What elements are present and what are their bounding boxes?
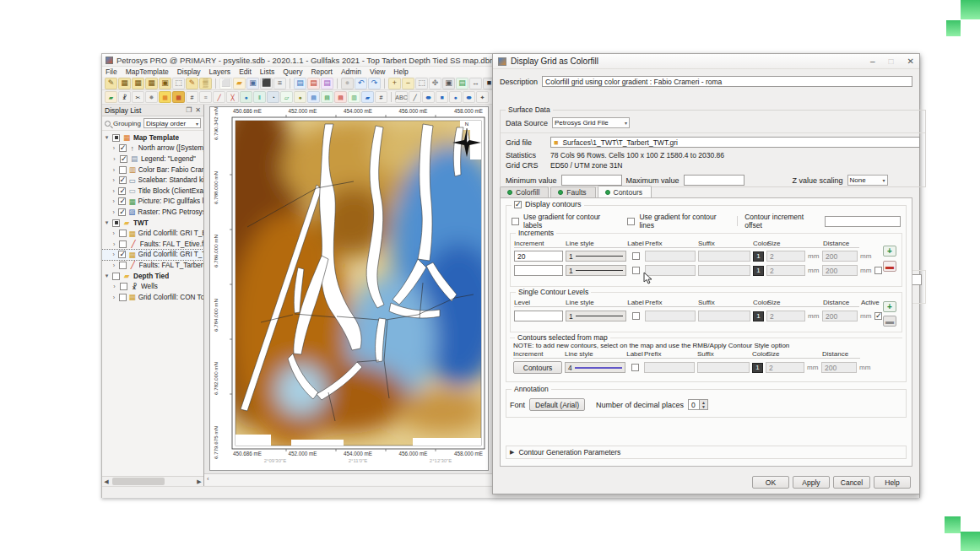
increment-input[interactable] xyxy=(514,265,563,276)
points-icon[interactable]: ✸ xyxy=(145,91,158,103)
doc-blue-icon[interactable]: ▤ xyxy=(307,91,320,103)
minimize-icon[interactable]: – xyxy=(870,57,875,66)
grid-cells-icon[interactable]: ▦ xyxy=(172,91,185,103)
zoom-fit-icon[interactable]: ⬚ xyxy=(415,78,428,89)
apply-button[interactable]: Apply xyxy=(793,476,830,489)
suffix-input[interactable] xyxy=(697,362,750,373)
distance-input[interactable]: 200 xyxy=(822,265,858,276)
help-button[interactable]: Help xyxy=(874,476,911,489)
pan-icon[interactable]: ✤ xyxy=(429,78,441,89)
zoom-in-icon[interactable]: + xyxy=(388,78,401,89)
visibility-checkbox[interactable] xyxy=(112,134,120,142)
tab-faults[interactable]: Faults xyxy=(550,186,595,197)
expander-icon[interactable]: › xyxy=(111,294,116,300)
menu-layers[interactable]: Layers xyxy=(209,68,231,76)
folder-up-icon[interactable]: ▰ xyxy=(361,91,374,103)
tree-raster[interactable]: › ▨ Raster: PNG Petrosys_logo_ xyxy=(102,207,203,218)
expander-icon[interactable]: ▾ xyxy=(104,273,110,279)
undo-icon[interactable]: ↶ xyxy=(355,78,367,89)
line-style-combobox[interactable]: 4 xyxy=(565,362,625,373)
prefix-input[interactable] xyxy=(645,251,696,262)
line-style-combobox[interactable]: 1 xyxy=(566,251,626,262)
prefix-input[interactable] xyxy=(645,265,696,276)
pdf-icon[interactable]: ▤ xyxy=(334,91,347,103)
visibility-checkbox[interactable] xyxy=(119,166,127,174)
tree-map-template[interactable]: ▾ ▦ Map Template xyxy=(102,132,203,143)
close-icon[interactable]: ✕ xyxy=(907,57,914,66)
add-row-button[interactable]: + xyxy=(883,246,896,257)
menu-maptemplate[interactable]: MapTemplate xyxy=(126,68,169,76)
visibility-checkbox[interactable] xyxy=(119,176,127,184)
scroll-right-icon[interactable]: ▶ xyxy=(195,478,203,485)
map-zoom-icon[interactable]: ▦ xyxy=(118,78,131,89)
visibility-checkbox[interactable] xyxy=(119,144,127,152)
label-checkbox[interactable] xyxy=(632,312,640,320)
draw-square-icon[interactable]: ■ xyxy=(436,91,448,103)
add-layer-icon[interactable]: ▰ xyxy=(105,91,117,103)
increment-input[interactable]: 20 xyxy=(514,251,563,262)
tree-depth-tied-group[interactable]: ▾ ▰ Depth Tied xyxy=(102,271,203,282)
map-canvas[interactable]: N xyxy=(210,107,490,472)
data-source-combobox[interactable]: Petrosys Grid File ▾ xyxy=(552,117,630,128)
tree-wells[interactable]: › ☧ Wells xyxy=(102,281,203,292)
menu-view[interactable]: View xyxy=(370,68,385,76)
line-style-combobox[interactable]: 1 xyxy=(566,265,626,276)
tree-legend[interactable]: › ▤ Legend: "Legend" xyxy=(102,154,203,165)
draw-circle-icon[interactable]: ● xyxy=(449,91,462,103)
redo-icon[interactable]: ↷ xyxy=(368,78,381,89)
save-icon[interactable]: ▣ xyxy=(246,78,259,89)
image-chat-icon[interactable]: ▤ xyxy=(321,78,333,89)
expander-icon[interactable]: › xyxy=(111,284,117,289)
grid-colorfill-icon[interactable]: ▦ xyxy=(159,91,171,103)
tree-north-arrow[interactable]: › ↑ North arrow ([System] nort xyxy=(102,143,203,154)
polygon-icon[interactable]: ▱ xyxy=(280,91,293,103)
map-dice-icon[interactable]: ▒ xyxy=(199,78,212,89)
tree-grid-etive[interactable]: › ▦ Grid Colorfill: GRI T_Etive_ xyxy=(102,228,203,239)
label-checkbox[interactable] xyxy=(632,252,640,260)
map-select-icon[interactable]: ▣ xyxy=(159,78,171,89)
expander-icon[interactable]: › xyxy=(111,251,116,257)
expander-icon[interactable]: › xyxy=(111,241,116,247)
font-button[interactable]: Default (Arial) xyxy=(529,398,585,411)
size-input[interactable]: 2 xyxy=(766,251,805,262)
visibility-checkbox[interactable] xyxy=(118,187,126,195)
sphere-icon[interactable]: ● xyxy=(294,91,306,103)
visibility-checkbox[interactable] xyxy=(112,273,120,280)
map-x10-icon[interactable]: ▦ xyxy=(132,78,144,89)
use-gradient-labels-checkbox[interactable] xyxy=(512,218,519,225)
grouping-combobox[interactable]: Display order ▾ xyxy=(143,118,201,128)
decimal-places-spinner[interactable]: 0 ▲▼ xyxy=(688,399,708,410)
size-input[interactable]: 2 xyxy=(766,265,805,276)
copy-view-icon[interactable]: ▤ xyxy=(456,78,468,89)
doc-green-icon[interactable]: ▥ xyxy=(348,91,360,103)
label-checkbox[interactable] xyxy=(632,267,640,274)
menu-query[interactable]: Query xyxy=(283,68,302,76)
z-scaling-combobox[interactable]: None ▾ xyxy=(847,175,888,186)
minimum-value-input[interactable] xyxy=(561,175,622,186)
map-style-icon[interactable]: ✎ xyxy=(186,78,198,89)
expander-icon[interactable]: › xyxy=(111,198,116,204)
image-green-icon[interactable]: ▤ xyxy=(321,91,333,103)
draw-line-icon[interactable]: ╱ xyxy=(409,91,421,103)
fault-pick-icon[interactable]: ✂ xyxy=(132,91,144,103)
grid-mesh-icon[interactable]: # xyxy=(186,91,198,103)
scroll-left-icon[interactable]: ‹ xyxy=(207,475,209,483)
menu-edit[interactable]: Edit xyxy=(239,68,252,76)
web-icon[interactable]: ◔ xyxy=(267,91,279,103)
expander-icon[interactable]: › xyxy=(111,262,116,268)
prefix-input[interactable] xyxy=(644,362,695,373)
visibility-checkbox[interactable] xyxy=(119,294,127,301)
distance-input[interactable]: 200 xyxy=(822,251,858,262)
visibility-checkbox[interactable] xyxy=(118,208,126,216)
menu-report[interactable]: Report xyxy=(311,68,333,76)
layers-stack-icon[interactable]: ≡ xyxy=(199,91,212,103)
tree-twt-group[interactable]: ▾ ▰ TWT xyxy=(102,218,203,229)
use-gradient-lines-checkbox[interactable] xyxy=(627,218,635,225)
menu-display[interactable]: Display xyxy=(177,68,201,76)
fit-width-icon[interactable]: ↔ xyxy=(469,78,482,89)
image-pdf-icon[interactable]: ▤ xyxy=(307,78,320,89)
spinner-arrows-icon[interactable]: ▲▼ xyxy=(700,399,708,410)
suffix-input[interactable] xyxy=(698,265,750,276)
distance-input[interactable]: 200 xyxy=(822,311,858,321)
add-level-button[interactable]: + xyxy=(883,301,896,312)
